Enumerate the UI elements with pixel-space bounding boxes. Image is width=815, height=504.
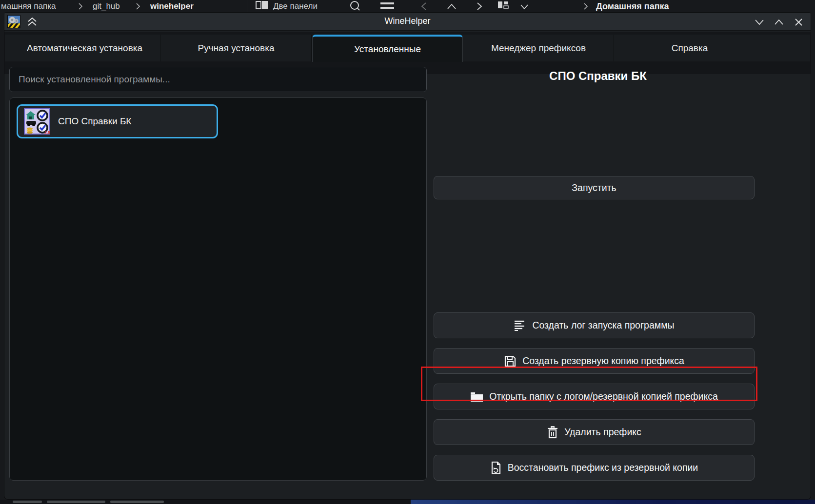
tab-installed[interactable]: Установленные	[312, 35, 463, 62]
forward-icon[interactable]	[476, 2, 483, 11]
create-backup-label: Создать резервную копию префикса	[522, 355, 684, 367]
tab-help[interactable]: Справка	[615, 35, 765, 61]
run-button-label: Запустить	[572, 182, 616, 194]
screen: машняя папка git_hub winehelper Две пане…	[0, 0, 815, 504]
spo-spravki-bk-app-icon: 2.5	[24, 108, 50, 135]
create-log-button[interactable]: Создать лог запуска программы	[434, 312, 755, 338]
open-folder-button[interactable]: Открыть папку с логом/резервной копией п…	[434, 384, 755, 409]
list-item-spo-spravki-bk[interactable]: 2.5 СПО Справки БК	[17, 104, 218, 138]
chevron-down-icon[interactable]	[520, 4, 529, 10]
tab-prefix-manager[interactable]: Менеджер префиксов	[463, 35, 614, 61]
folder-icon	[470, 391, 483, 403]
breadcrumb-segment-cut[interactable]: машняя папка	[1, 1, 56, 11]
dual-pane-icon[interactable]	[256, 1, 268, 12]
minimize-icon	[755, 19, 764, 25]
back-icon[interactable]	[420, 2, 427, 11]
installed-programs-list: 2.5 СПО Справки БК	[9, 97, 427, 481]
split-view-icon[interactable]	[497, 1, 509, 12]
status-text-remnant	[110, 501, 164, 503]
breadcrumb-segment-current[interactable]: winehelper	[150, 1, 194, 11]
two-panels-label[interactable]: Две панели	[273, 1, 318, 11]
breadcrumb-chevron-icon	[136, 3, 140, 10]
breadcrumb-chevron-icon	[78, 3, 83, 10]
up-icon[interactable]	[447, 3, 457, 10]
breadcrumb-chevron-icon	[583, 3, 588, 10]
window-title: WineHelper	[4, 16, 811, 26]
create-backup-button[interactable]: Создать резервную копию префикса	[434, 348, 755, 374]
maximize-icon	[774, 19, 784, 25]
svg-text:2.5: 2.5	[44, 130, 50, 135]
close-button[interactable]	[791, 15, 806, 29]
titlebar: WineHelper	[4, 13, 811, 31]
trash-icon	[547, 426, 558, 439]
background-file-manager-toolbar: машняя папка git_hub winehelper Две пане…	[0, 0, 815, 13]
breadcrumb-segment-repo[interactable]: git_hub	[93, 1, 120, 11]
list-item-label: СПО Справки БК	[58, 116, 131, 127]
status-text-remnant	[13, 501, 42, 503]
winehelper-window: WineHelper Автоматическая установка Ручн…	[4, 12, 811, 500]
restore-document-icon	[490, 461, 502, 475]
tab-auto-install[interactable]: Автоматическая установка	[9, 35, 160, 61]
restore-prefix-label: Восстановить префикс из резервной копии	[508, 462, 698, 473]
toolbar-separator	[408, 0, 408, 13]
create-log-label: Создать лог запуска программы	[532, 320, 674, 331]
search-input[interactable]	[9, 67, 427, 92]
delete-prefix-label: Удалить префикс	[564, 426, 641, 438]
toolbar-separator	[247, 0, 247, 13]
hamburger-icon[interactable]	[379, 1, 395, 11]
search-icon[interactable]	[349, 0, 361, 12]
restore-prefix-button[interactable]: Восстановить префикс из резервной копии	[434, 455, 755, 481]
selected-program-title: СПО Справки БК	[437, 69, 758, 83]
delete-prefix-button[interactable]: Удалить префикс	[434, 419, 755, 445]
background-selection-bar	[411, 500, 815, 504]
close-icon	[795, 18, 803, 26]
minimize-button[interactable]	[752, 15, 767, 29]
breadcrumb-segment-home[interactable]: Домашняя папка	[596, 1, 669, 12]
maximize-button[interactable]	[772, 15, 786, 29]
log-lines-icon	[514, 319, 526, 332]
tab-bar: Автоматическая установка Ручная установк…	[5, 35, 810, 61]
open-folder-label: Открыть папку с логом/резервной копией п…	[489, 391, 718, 402]
run-button[interactable]: Запустить	[434, 176, 755, 199]
tab-manual-install[interactable]: Ручная установка	[161, 35, 312, 61]
save-floppy-icon	[504, 355, 517, 368]
status-text-remnant	[47, 501, 105, 503]
